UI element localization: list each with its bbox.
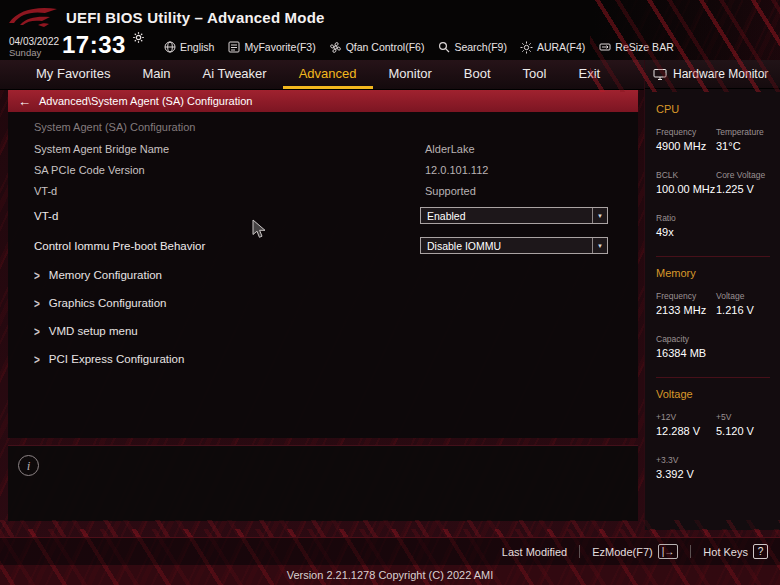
question-mark-icon: ? xyxy=(753,544,768,559)
submenu-label: Graphics Configuration xyxy=(49,297,167,309)
chevron-down-icon: ▼ xyxy=(592,208,607,223)
language-label: English xyxy=(180,41,214,53)
hw-metric-label: Frequency xyxy=(656,291,716,301)
tab-boot[interactable]: Boot xyxy=(448,60,507,89)
resize-bar-label: ReSize BAR xyxy=(615,41,673,53)
hw-metric-value: 1.216 V xyxy=(716,304,772,316)
ezmode-button[interactable]: EzMode(F7) |→ xyxy=(592,544,678,559)
tab-advanced[interactable]: Advanced xyxy=(283,60,373,89)
last-modified-button[interactable]: Last Modified xyxy=(502,546,567,558)
submenu-memory-configuration[interactable]: > Memory Configuration xyxy=(8,261,638,289)
setting-label: VT-d xyxy=(34,210,58,222)
section-heading-label: System Agent (SA) Configuration xyxy=(34,121,195,133)
hw-section-cpu: CPU Frequency 4900 MHz Temperature 31°C … xyxy=(656,103,772,238)
hw-metric-12v: +12V 12.288 V xyxy=(656,412,716,437)
info-row-bridge-name: System Agent Bridge Name AlderLake xyxy=(8,138,638,159)
hw-metric-value: 3.392 V xyxy=(656,468,772,480)
hw-metric-label: Capacity xyxy=(656,334,772,344)
language-button[interactable]: English xyxy=(163,41,214,54)
aura-button[interactable]: AURA(F4) xyxy=(520,41,585,54)
submenu-label: PCI Express Configuration xyxy=(49,353,185,365)
info-value: AlderLake xyxy=(425,143,475,155)
submenu-vmd-setup[interactable]: > VMD setup menu xyxy=(8,317,638,345)
divider xyxy=(690,545,691,558)
rog-logo-icon xyxy=(8,4,58,31)
aura-icon xyxy=(520,41,533,54)
info-row-pcie-code-version: SA PCIe Code Version 12.0.101.112 xyxy=(8,159,638,180)
qfan-label: Qfan Control(F6) xyxy=(346,41,425,53)
info-value: 12.0.101.112 xyxy=(425,164,488,176)
submenu-arrow-icon: > xyxy=(34,268,40,282)
hw-metric-label: Temperature xyxy=(716,127,772,137)
main-menu: My Favorites Main Ai Tweaker Advanced Mo… xyxy=(0,60,644,90)
settings-panel: ← Advanced\System Agent (SA) Configurati… xyxy=(8,90,638,438)
submenu-graphics-configuration[interactable]: > Graphics Configuration xyxy=(8,289,638,317)
tab-exit[interactable]: Exit xyxy=(562,60,616,89)
hw-row: +3.3V 3.392 V xyxy=(656,455,772,480)
hw-row: Frequency 4900 MHz Temperature 31°C xyxy=(656,127,772,152)
dropdown-value: Enabled xyxy=(421,210,592,222)
submenu-pci-express-configuration[interactable]: > PCI Express Configuration xyxy=(8,345,638,373)
divider xyxy=(656,256,770,257)
footer-bar: Last Modified EzMode(F7) |→ Hot Keys ? xyxy=(0,537,780,565)
globe-icon xyxy=(163,41,176,54)
hw-metric-ratio: Ratio 49x xyxy=(656,213,772,238)
hw-metric-value: 2133 MHz xyxy=(656,304,716,316)
hw-metric-value: 49x xyxy=(656,226,772,238)
hw-metric-value: 1.225 V xyxy=(716,183,772,195)
search-button[interactable]: Search(F9) xyxy=(437,41,507,54)
hw-metric-cpu-temperature: Temperature 31°C xyxy=(716,127,772,152)
info-label: System Agent Bridge Name xyxy=(34,143,169,155)
submenu-arrow-icon: > xyxy=(34,296,40,310)
time-display: 17:33 xyxy=(62,31,126,59)
version-bar: Version 2.21.1278 Copyright (C) 2022 AMI xyxy=(0,565,780,585)
tab-tool[interactable]: Tool xyxy=(507,60,563,89)
submenu-label: VMD setup menu xyxy=(49,325,138,337)
hw-metric-value: 12.288 V xyxy=(656,425,716,437)
vtd-dropdown[interactable]: Enabled ▼ xyxy=(420,207,608,224)
setting-row-iommu: Control Iommu Pre-boot Behavior Disable … xyxy=(8,231,638,261)
hw-metric-cpu-frequency: Frequency 4900 MHz xyxy=(656,127,716,152)
hw-metric-value: 31°C xyxy=(716,140,772,152)
breadcrumb: ← Advanced\System Agent (SA) Configurati… xyxy=(8,90,638,112)
hw-metric-label: Ratio xyxy=(656,213,772,223)
hw-metric-label: +3.3V xyxy=(656,455,772,465)
divider xyxy=(579,545,580,558)
submenu-label: Memory Configuration xyxy=(49,269,162,281)
back-arrow-icon[interactable]: ← xyxy=(18,95,31,108)
hw-metric-label: +12V xyxy=(656,412,716,422)
day-text: Sunday xyxy=(9,47,59,58)
hw-section-voltage: Voltage +12V 12.288 V +5V 5.120 V +3.3V … xyxy=(656,388,772,480)
tab-ai-tweaker[interactable]: Ai Tweaker xyxy=(187,60,283,89)
date-display: 04/03/2022 Sunday xyxy=(9,36,59,58)
hw-metric-core-voltage: Core Voltage 1.225 V xyxy=(716,170,772,195)
tab-my-favorites[interactable]: My Favorites xyxy=(20,60,126,89)
hw-row: Ratio 49x xyxy=(656,213,772,238)
hw-metric-memory-frequency: Frequency 2133 MHz xyxy=(656,291,716,316)
hw-metric-bclk: BCLK 100.00 MHz xyxy=(656,170,716,195)
hw-metric-label: Voltage xyxy=(716,291,772,301)
hw-section-title: CPU xyxy=(656,103,772,115)
chevron-down-icon: ▼ xyxy=(592,238,607,253)
myfavorite-button[interactable]: MyFavorite(F3) xyxy=(227,41,315,54)
info-icon: i xyxy=(18,455,39,476)
iommu-dropdown[interactable]: Disable IOMMU ▼ xyxy=(420,237,608,254)
qfan-control-button[interactable]: Qfan Control(F6) xyxy=(329,41,425,54)
hot-keys-button[interactable]: Hot Keys ? xyxy=(703,544,768,559)
hw-row: BCLK 100.00 MHz Core Voltage 1.225 V xyxy=(656,170,772,195)
version-text: Version 2.21.1278 Copyright (C) 2022 AMI xyxy=(287,569,494,581)
info-value: Supported xyxy=(425,185,476,197)
tab-main[interactable]: Main xyxy=(126,60,186,89)
hw-metric-value: 16384 MB xyxy=(656,347,772,359)
hw-metric-5v: +5V 5.120 V xyxy=(716,412,772,437)
submenu-arrow-icon: > xyxy=(34,352,40,366)
settings-list: System Agent (SA) Configuration System A… xyxy=(8,112,638,373)
quick-access-bar: English MyFavorite(F3) xyxy=(163,35,674,59)
hardware-monitor-header: Hardware Monitor xyxy=(645,60,780,89)
resize-bar-button[interactable]: ReSize BAR xyxy=(598,41,673,54)
tab-monitor[interactable]: Monitor xyxy=(373,60,448,89)
hw-metric-value: 4900 MHz xyxy=(656,140,716,152)
section-heading: System Agent (SA) Configuration xyxy=(8,116,638,138)
date-text: 04/03/2022 xyxy=(9,36,59,47)
hw-section-memory: Memory Frequency 2133 MHz Voltage 1.216 … xyxy=(656,267,772,359)
